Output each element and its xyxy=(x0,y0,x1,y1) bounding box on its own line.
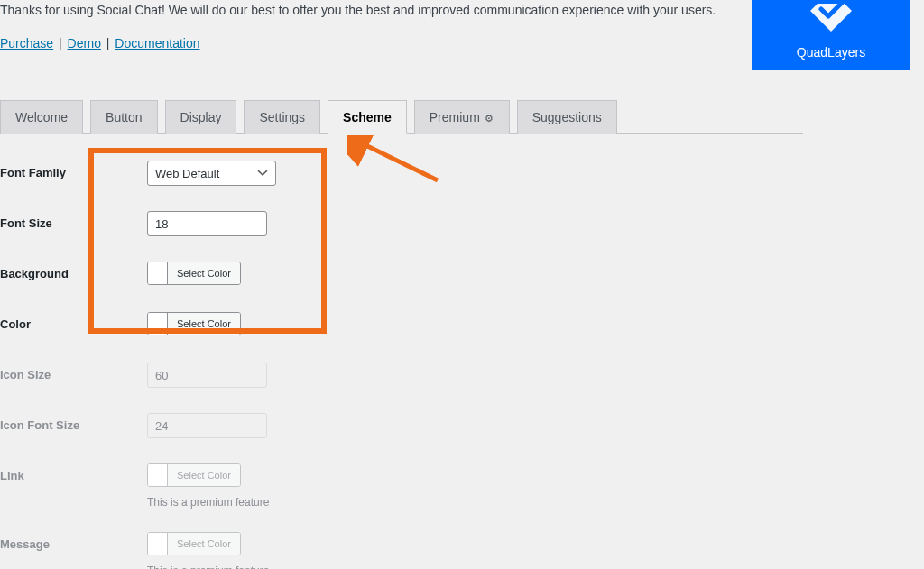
colorpicker-label: Select Color xyxy=(168,533,240,555)
color-swatch-icon xyxy=(148,464,168,486)
input-icon-size xyxy=(147,363,267,388)
label-message: Message xyxy=(0,532,147,551)
tab-premium[interactable]: Premium ⚙ xyxy=(414,100,510,134)
brand-name: QuadLayers xyxy=(797,45,865,60)
tab-welcome[interactable]: Welcome xyxy=(0,100,83,134)
premium-note: This is a premium feature xyxy=(147,496,924,509)
link-purchase[interactable]: Purchase xyxy=(0,36,53,50)
tab-scheme[interactable]: Scheme xyxy=(328,100,407,134)
link-demo[interactable]: Demo xyxy=(68,36,101,50)
tab-display[interactable]: Display xyxy=(165,100,237,134)
colorpicker-label: Select Color xyxy=(168,464,240,486)
colorpicker-color[interactable]: Select Color xyxy=(147,312,241,335)
label-icon-size: Icon Size xyxy=(0,363,147,381)
label-color: Color xyxy=(0,312,147,331)
label-background: Background xyxy=(0,262,147,280)
tabs: Welcome Button Display Settings Scheme P… xyxy=(0,99,803,134)
input-font-size[interactable] xyxy=(147,211,267,236)
colorpicker-label: Select Color xyxy=(168,262,240,284)
label-font-family: Font Family xyxy=(0,161,147,179)
diamond-check-icon xyxy=(808,4,854,36)
link-separator: | xyxy=(59,36,66,50)
tab-button[interactable]: Button xyxy=(90,100,157,134)
link-separator: | xyxy=(106,36,114,50)
color-swatch-icon xyxy=(148,533,168,555)
colorpicker-label: Select Color xyxy=(168,313,240,335)
colorpicker-message: Select Color xyxy=(147,532,241,555)
colorpicker-background[interactable]: Select Color xyxy=(147,262,241,285)
label-icon-font-size: Icon Font Size xyxy=(0,413,147,432)
select-font-family[interactable]: Web Default xyxy=(147,161,276,186)
color-swatch-icon xyxy=(148,262,168,284)
label-link: Link xyxy=(0,463,147,482)
intro-text: Thanks for using Social Chat! We will do… xyxy=(0,0,734,20)
label-font-size: Font Size xyxy=(0,211,147,230)
premium-note: This is a premium feature xyxy=(147,564,924,569)
header-links: Purchase | Demo | Documentation xyxy=(0,36,734,50)
input-icon-font-size xyxy=(147,413,267,438)
tab-premium-label: Premium xyxy=(430,110,480,124)
color-swatch-icon xyxy=(148,313,168,335)
link-documentation[interactable]: Documentation xyxy=(115,36,199,50)
tab-suggestions[interactable]: Suggestions xyxy=(517,100,617,134)
tab-settings[interactable]: Settings xyxy=(244,100,320,134)
premium-badge-icon: ⚙ xyxy=(484,113,494,124)
brand-badge[interactable]: QuadLayers xyxy=(752,0,910,70)
colorpicker-link: Select Color xyxy=(147,463,241,487)
